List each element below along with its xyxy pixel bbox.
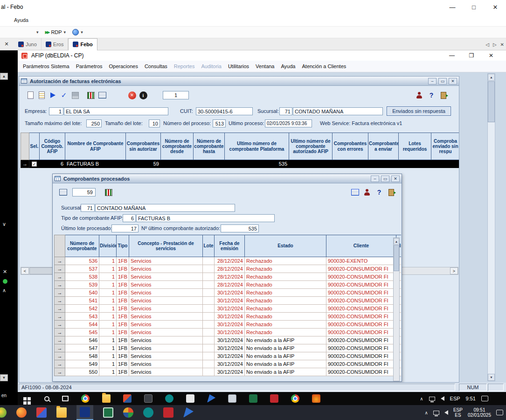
cell-lote[interactable]: [203, 329, 215, 336]
file-explorer-icon[interactable]: [102, 394, 111, 403]
menu-item[interactable]: Reportes: [171, 63, 198, 69]
row-indicator-cell[interactable]: →: [55, 305, 65, 313]
row-indicator-cell[interactable]: →: [55, 352, 65, 360]
row-indicator-cell[interactable]: →: [55, 336, 65, 344]
proc-sucursal-name-field[interactable]: CONTADO MAÑANA: [95, 204, 235, 212]
cell-estado[interactable]: Rechazado: [245, 329, 326, 336]
tab[interactable]: Eros: [42, 38, 69, 50]
table-row[interactable]: → 536 1 1FB Servicios 28/12/2024 Rechaza…: [55, 257, 402, 265]
cell-cliente[interactable]: 900020-CONSUMIDOR FI: [326, 313, 396, 321]
chevron-down-icon[interactable]: ▾: [64, 30, 66, 35]
cell-codigo[interactable]: 6: [40, 160, 65, 168]
cell-lote[interactable]: [203, 297, 215, 305]
cell-numero[interactable]: 550: [65, 368, 99, 376]
cell-division[interactable]: 1: [99, 344, 117, 352]
cell-concepto[interactable]: Servicios: [129, 336, 203, 344]
row-indicator-cell[interactable]: →: [55, 344, 65, 352]
scroll-right-icon[interactable]: >: [450, 267, 458, 274]
cell-numero[interactable]: 541: [65, 297, 99, 305]
row-indicator-cell[interactable]: →: [55, 297, 65, 305]
save-button[interactable]: [69, 90, 81, 101]
cell-estado[interactable]: Rechazado: [245, 257, 326, 265]
scroll-up-icon[interactable]: ▲: [0, 73, 8, 80]
chevron-down-icon[interactable]: ▾: [36, 30, 39, 35]
cell-sin-respuesta[interactable]: [431, 160, 460, 168]
enviados-sin-respuesta-button[interactable]: Enviados sin respuesta: [387, 106, 451, 116]
cell-fecha[interactable]: 30/12/2024: [215, 321, 245, 329]
confirm-button[interactable]: ✓: [58, 90, 69, 101]
cell-concepto[interactable]: Servicios: [129, 265, 203, 273]
restore-button[interactable]: ❐: [468, 52, 475, 59]
cell-division[interactable]: 1: [99, 289, 117, 297]
cell-fecha[interactable]: 30/12/2024: [215, 360, 245, 368]
tab-close-all-icon[interactable]: ✕: [500, 42, 504, 47]
table-row[interactable]: → 546 1 1FB Servicios 30/12/2024 No envi…: [55, 336, 402, 344]
proc-tipo-name-field[interactable]: FACTURAS B: [136, 214, 275, 222]
start-button[interactable]: [23, 394, 32, 403]
row-indicator-cell[interactable]: →: [55, 368, 65, 376]
chevron-down-icon[interactable]: ∨: [2, 221, 6, 227]
network-icon[interactable]: [429, 397, 435, 401]
cell-fecha[interactable]: 28/12/2024: [215, 257, 245, 265]
table-row[interactable]: → 541 1 1FB Servicios 30/12/2024 Rechaza…: [55, 297, 402, 305]
row-indicator-cell[interactable]: →: [55, 273, 65, 281]
cell-cliente[interactable]: 900020-CONSUMIDOR FI: [326, 305, 396, 313]
cell-numero[interactable]: 544: [65, 321, 99, 329]
properties-button[interactable]: [36, 90, 47, 101]
language-indicator[interactable]: ESP: [450, 396, 460, 401]
run-button[interactable]: [47, 90, 58, 101]
cell-errores[interactable]: [333, 160, 368, 168]
cell-cliente[interactable]: 900020-CONSUMIDOR FI: [326, 289, 396, 297]
menu-item[interactable]: Ayuda: [277, 63, 298, 69]
cell-fecha[interactable]: 30/12/2024: [215, 352, 245, 360]
cell-concepto[interactable]: Servicios: [129, 321, 203, 329]
cell-lote[interactable]: [203, 352, 215, 360]
menu-item[interactable]: Auditoria: [198, 63, 224, 69]
cell-estado[interactable]: No enviado a la AFIP: [245, 368, 326, 376]
table-row[interactable]: → 537 1 1FB Servicios 28/12/2024 Rechaza…: [55, 265, 402, 273]
lote-max-field[interactable]: 250: [86, 119, 102, 127]
ledger-button[interactable]: [103, 187, 114, 198]
table-row-selected[interactable]: → ✓ 6 FACTURAS B 59 535: [21, 160, 460, 168]
cell-sin-autorizar[interactable]: 59: [126, 160, 161, 168]
p-app-icon[interactable]: [270, 394, 278, 403]
ultimo-proceso-field[interactable]: 02/01/2025 9:03:36: [265, 119, 312, 127]
cell-concepto[interactable]: Servicios: [129, 257, 203, 265]
row-indicator-cell[interactable]: →: [55, 265, 65, 273]
speaker-icon[interactable]: [444, 410, 448, 415]
menu-item[interactable]: Ventana: [252, 63, 277, 69]
row-indicator-cell[interactable]: →: [55, 360, 65, 368]
cell-fecha[interactable]: 30/12/2024: [215, 289, 245, 297]
cell-estado[interactable]: No enviado a la AFIP: [245, 336, 326, 344]
cell-tipo[interactable]: 1FB: [117, 297, 129, 305]
menu-item[interactable]: Utilitarios: [225, 63, 252, 69]
process-counter-field[interactable]: 1: [163, 91, 189, 99]
menu-item[interactable]: Operaciones: [106, 63, 141, 69]
cell-division[interactable]: 1: [99, 273, 117, 281]
cell-fecha[interactable]: 28/12/2024: [215, 281, 245, 289]
menu-item[interactable]: Parámetros Sistema: [20, 63, 73, 69]
cell-tipo[interactable]: 1FB: [117, 321, 129, 329]
clock[interactable]: 09:51 02/01/2025: [468, 407, 491, 418]
cell-cliente[interactable]: 900020-CONSUMIDOR FI: [326, 368, 396, 376]
colorful-app-icon[interactable]: [123, 407, 133, 418]
cell-division[interactable]: 1: [99, 360, 117, 368]
cell-lote[interactable]: [203, 281, 215, 289]
cell-fecha[interactable]: 28/12/2024: [215, 265, 245, 273]
cell-tipo[interactable]: 1FB: [117, 344, 129, 352]
task-view-icon[interactable]: [62, 396, 69, 401]
cell-cliente[interactable]: 900030-EXENTO: [326, 257, 396, 265]
cell-fecha[interactable]: 30/12/2024: [215, 329, 245, 336]
cell-plataforma[interactable]: 535: [225, 160, 289, 168]
cell-estado[interactable]: Rechazado: [245, 321, 326, 329]
cell-tipo[interactable]: 1FB: [117, 336, 129, 344]
notification-icon[interactable]: [481, 396, 488, 401]
pen2-app-icon[interactable]: [207, 394, 215, 403]
chevron-down-icon[interactable]: ▾: [81, 30, 83, 35]
cell-numero[interactable]: 546: [65, 336, 99, 344]
export-grid-button[interactable]: [97, 90, 108, 101]
file-explorer-icon[interactable]: [56, 407, 67, 418]
cuit-field[interactable]: 30-50009415-6: [196, 107, 253, 115]
close-button[interactable]: ✕: [485, 0, 506, 14]
new-button[interactable]: [25, 90, 36, 101]
